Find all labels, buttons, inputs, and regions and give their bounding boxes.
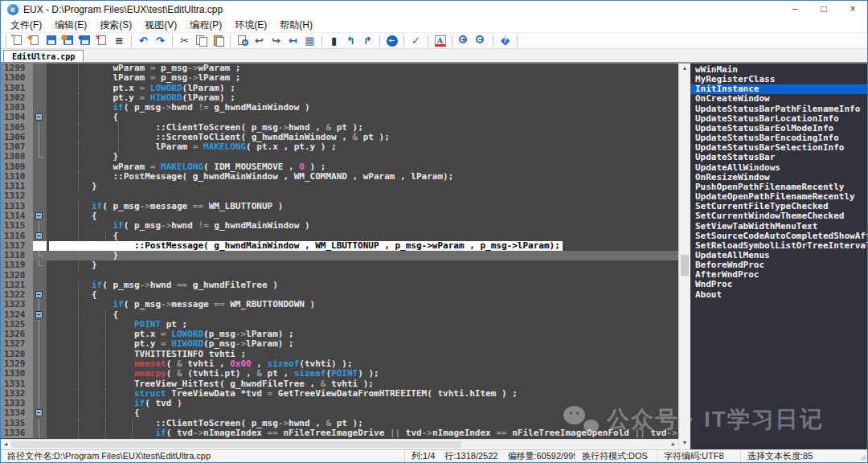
paste-icon[interactable]	[211, 34, 226, 47]
code-line[interactable]: 1322− {	[1, 290, 678, 300]
code-line[interactable]: 1324− {	[1, 310, 678, 320]
fold-margin[interactable]	[33, 133, 47, 142]
symbol-item[interactable]: SetReloadSymbolListOrTreeIntervalMe	[690, 241, 867, 251]
code-line[interactable]: 1303 if( p_msg->hwnd != g_hwndMainWindow…	[1, 103, 678, 113]
code-text[interactable]	[47, 191, 678, 201]
code-text[interactable]: TVHITTESTINFO tvhti ;	[47, 350, 678, 359]
fold-collapse-icon[interactable]: −	[35, 113, 43, 121]
symbol-item[interactable]: OnCreateWindow	[690, 94, 867, 104]
function-list-panel[interactable]: wWinMainMyRegisterClassInitInstanceOnCre…	[690, 64, 867, 449]
fold-margin[interactable]	[33, 271, 47, 281]
code-text[interactable]: struct TreeViewData *tvd = GetTreeViewDa…	[47, 389, 678, 399]
code-text[interactable]: if( p_msg->message == WM_RBUTTONDOWN )	[47, 300, 678, 309]
fold-margin[interactable]	[33, 73, 47, 83]
code-line[interactable]: 1318 }	[1, 251, 678, 260]
code-text[interactable]: if( p_msg->hwnd != g_hwndMainWindow )	[47, 221, 678, 231]
fold-margin[interactable]: −	[33, 211, 47, 221]
menu-item[interactable]: 视图(V)	[138, 18, 183, 32]
fold-collapse-icon[interactable]: −	[35, 212, 43, 219]
code-line[interactable]: 1330 memcpy( & (tvhti.pt) , & pt , sizeo…	[1, 369, 678, 379]
code-text[interactable]: ::PostMessage( g_hwndMainWindow , WM_COM…	[47, 172, 678, 182]
horizontal-scroll-thumb[interactable]	[11, 441, 461, 448]
code-line[interactable]: 1325 POINT pt ;	[1, 320, 678, 330]
code-text[interactable]: {	[47, 113, 678, 122]
code-line[interactable]: 1304− {	[1, 113, 678, 122]
code-line[interactable]: 1310 ::PostMessage( g_hwndMainWindow , W…	[1, 172, 678, 182]
tab-editultra-cpp[interactable]: EditUltra.cpp	[3, 50, 84, 62]
symbol-item[interactable]: UpdateStatusBarEolModeInfo	[690, 124, 867, 133]
horizontal-scrollbar[interactable]: ◄ ►	[1, 439, 678, 449]
todo-list-icon[interactable]: ✓	[408, 34, 424, 47]
fold-margin[interactable]	[33, 320, 47, 330]
symbol-item[interactable]: MyRegisterClass	[690, 75, 867, 84]
find-prev-icon[interactable]: ↩	[252, 34, 267, 47]
code-text[interactable]: POINT pt ;	[47, 320, 678, 330]
prev-bookmark-icon[interactable]: ↰	[343, 34, 358, 47]
code-text[interactable]: }	[47, 152, 678, 162]
code-text[interactable]: ::ClientToScreen( p_msg->hwnd , & pt );	[47, 419, 678, 428]
fold-margin[interactable]	[33, 142, 47, 152]
cut-icon[interactable]: ✂	[177, 34, 192, 47]
new-file-icon[interactable]: *	[10, 34, 26, 47]
symbol-item[interactable]: About	[690, 290, 867, 300]
code-line[interactable]: 1334− {	[1, 408, 678, 418]
bookmark-icon[interactable]: ▮	[326, 34, 342, 47]
code-text[interactable]: if( tvd->nImageIndex == nFileTreeImageDr…	[47, 428, 678, 438]
code-text[interactable]: }	[47, 182, 678, 191]
code-text[interactable]: pt.y = HIWORD(lParam) ;	[47, 93, 678, 103]
code-line[interactable]: 1319 }	[1, 260, 678, 270]
code-line[interactable]: 1329 memset( & tvhti , 0x00 , sizeof(tvh…	[1, 359, 678, 369]
code-line[interactable]: 1308 }	[1, 152, 678, 162]
symbol-item[interactable]: SetCurrentWindowThemeChecked	[690, 211, 867, 221]
fold-margin[interactable]	[33, 152, 47, 162]
fold-margin[interactable]	[33, 241, 47, 251]
code-line[interactable]: 1333 if( tvd )	[1, 399, 678, 408]
code-text[interactable]: {	[47, 232, 678, 241]
symbol-item[interactable]: AfterWndProc	[690, 270, 867, 280]
code-line[interactable]: 1336 if( tvd->nImageIndex == nFileTreeIm…	[1, 428, 678, 438]
fold-margin[interactable]	[33, 389, 47, 399]
symbol-item[interactable]: UpdateStatusBarLocationInfo	[690, 114, 867, 124]
symbol-item[interactable]: UpdateStatusBarPathFilenameInfo	[690, 104, 867, 114]
navigate-back-icon[interactable]: ←	[384, 34, 399, 47]
scroll-down-arrow[interactable]: ▼	[679, 438, 690, 448]
code-text[interactable]: ::PostMessage( g_hwndMainWindow , WM_LBU…	[47, 241, 678, 251]
fold-margin[interactable]	[33, 300, 47, 309]
close-button[interactable]: ×	[838, 1, 867, 18]
save-as-icon[interactable]: ●	[61, 34, 76, 47]
fold-margin[interactable]	[33, 64, 47, 73]
last-position-icon[interactable]: ↤	[285, 34, 301, 47]
symbol-item[interactable]: BeforeWndProc	[690, 260, 867, 270]
code-line[interactable]: 1314− {	[1, 211, 678, 221]
save-file-icon[interactable]	[44, 34, 59, 47]
fold-margin[interactable]	[33, 260, 47, 270]
menu-item[interactable]: 帮助(H)	[273, 18, 319, 32]
code-area[interactable]: 1299 wParam = p_msg->wParam ;1300 lParam…	[1, 64, 678, 439]
code-line[interactable]: 1316− {	[1, 232, 678, 241]
file-list-icon[interactable]: ≡	[112, 34, 127, 47]
code-text[interactable]: }	[47, 260, 678, 270]
code-line[interactable]: 1309 wParam = MAKELONG( IDM_MOUSEMOVE , …	[1, 162, 678, 172]
fold-margin[interactable]	[33, 162, 47, 172]
code-line[interactable]: 1301 pt.x = LOWORD(lParam) ;	[1, 84, 678, 93]
scroll-right-arrow[interactable]: ►	[669, 440, 678, 449]
vertical-scroll-thumb[interactable]	[681, 255, 689, 276]
resize-grip[interactable]: ◢	[860, 453, 867, 461]
code-text[interactable]: pt.y = HIWORD(p_msg->lParam) ;	[47, 339, 678, 349]
find-next-icon[interactable]: ↪	[268, 34, 284, 47]
fold-margin[interactable]	[33, 379, 47, 389]
symbol-item[interactable]: InitInstance	[690, 84, 867, 94]
menu-item[interactable]: 编程(P)	[183, 18, 228, 32]
fold-margin[interactable]: −	[33, 408, 47, 418]
symbol-item[interactable]: UpdateStatusBarSelectionInfo	[690, 143, 867, 153]
code-text[interactable]: if( p_msg->message == WM_LBUTTONUP )	[47, 202, 678, 211]
code-line[interactable]: 1317 ::PostMessage( g_hwndMainWindow , W…	[1, 241, 678, 251]
close-file-icon[interactable]: ×	[95, 34, 110, 47]
code-text[interactable]: memset( & tvhti , 0x00 , sizeof(tvhti) )…	[47, 359, 678, 369]
code-text[interactable]: lParam = MAKELONG( pt.x , pt.y ) ;	[47, 142, 678, 152]
fold-margin[interactable]	[33, 281, 47, 290]
fold-margin[interactable]: −	[33, 310, 47, 320]
symbol-item[interactable]: wWinMain	[690, 65, 867, 75]
copy-icon[interactable]	[194, 34, 209, 47]
fold-margin[interactable]	[33, 182, 47, 191]
